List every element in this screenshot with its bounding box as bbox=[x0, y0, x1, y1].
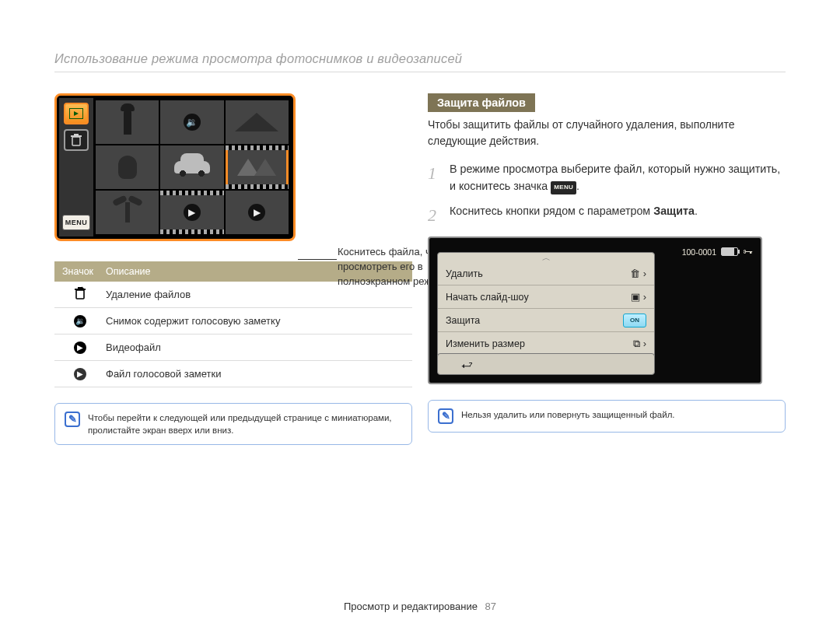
legend-desc: Файл голосовой заметки bbox=[106, 368, 412, 380]
legend-desc: Снимок содержит голосовую заметку bbox=[106, 315, 412, 327]
footer-page-number: 87 bbox=[485, 601, 496, 612]
step-number: 2 bbox=[428, 202, 450, 229]
thumbnail-cell[interactable]: 🔉 bbox=[160, 100, 223, 144]
play-badge-icon: ▶ bbox=[184, 204, 201, 221]
legend-desc: Удаление файлов bbox=[106, 289, 412, 300]
page-title: Использование режима просмотра фотоснимк… bbox=[54, 51, 462, 66]
menu-row-label: Удалить bbox=[446, 268, 483, 279]
svg-rect-4 bbox=[74, 134, 79, 135]
thumbnail-cell[interactable] bbox=[96, 100, 159, 144]
menu-row-label: Начать слайд-шоу bbox=[446, 292, 529, 303]
callout-leader-line bbox=[298, 259, 337, 260]
title-rule bbox=[54, 72, 786, 72]
protect-toggle[interactable]: ON bbox=[623, 313, 646, 328]
menu-row-resize[interactable]: Изменить размер ⧉› bbox=[438, 332, 654, 356]
step-1: 1 В режиме просмотра выберите файл, кото… bbox=[428, 160, 786, 194]
step-2: 2 Коснитесь кнопки рядом с параметром За… bbox=[428, 202, 786, 229]
trash-small-icon: 🗑 bbox=[630, 268, 640, 279]
step-text-b: . bbox=[695, 205, 698, 217]
video-file-icon: ▶ bbox=[74, 342, 86, 354]
slideshow-icon: ▣ bbox=[631, 291, 640, 303]
protect-intro: Чтобы защитить файлы от случайного удале… bbox=[428, 117, 786, 149]
svg-rect-5 bbox=[76, 290, 84, 299]
memo-badge-icon: ▶ bbox=[248, 204, 265, 221]
resize-icon: ⧉ bbox=[633, 338, 640, 350]
camera-menu-screen: 100-0001 🗝 ︿ Удалить 🗑› Начать слайд-шоу… bbox=[428, 236, 762, 384]
info-text: Нельзя удалить или повернуть защищенный … bbox=[461, 408, 675, 421]
footer-section-name: Просмотр и редактирование bbox=[344, 601, 478, 612]
menu-pill-icon: MENU bbox=[551, 181, 576, 194]
lock-icon: 🗝 bbox=[743, 246, 753, 257]
thumbnail-cell[interactable] bbox=[96, 145, 159, 189]
battery-icon bbox=[721, 247, 738, 256]
voice-badge-icon: 🔉 bbox=[184, 114, 201, 131]
file-counter: 100-0001 bbox=[682, 247, 716, 257]
thumbnail-cell[interactable] bbox=[160, 145, 223, 189]
legend-row: ▶ Видеофайл bbox=[54, 335, 412, 361]
thumbnail-cell[interactable]: ▶ bbox=[226, 191, 289, 234]
info-note-left: ✎ Чтобы перейти к следующей или предыдущ… bbox=[54, 403, 412, 445]
back-icon: ⮐ bbox=[461, 358, 473, 371]
menu-row-delete[interactable]: Удалить 🗑› bbox=[438, 262, 654, 285]
menu-button[interactable]: MENU bbox=[62, 215, 90, 230]
menu-row-protect[interactable]: Защита ON bbox=[438, 309, 654, 332]
legend-desc: Видеофайл bbox=[106, 342, 412, 353]
menu-row-slideshow[interactable]: Начать слайд-шоу ▣› bbox=[438, 285, 654, 309]
panel-up-arrow[interactable]: ︿ bbox=[438, 253, 654, 262]
info-text: Чтобы перейти к следующей или предыдущей… bbox=[88, 412, 402, 436]
svg-marker-1 bbox=[74, 111, 79, 116]
step-number: 1 bbox=[428, 160, 450, 194]
options-panel: ︿ Удалить 🗑› Начать слайд-шоу ▣› Защита … bbox=[437, 252, 655, 366]
info-note-right: ✎ Нельзя удалить или повернуть защищенны… bbox=[428, 400, 786, 433]
thumbnail-cell[interactable] bbox=[226, 100, 289, 144]
svg-rect-3 bbox=[71, 135, 82, 137]
chevron-right-icon: › bbox=[643, 268, 646, 279]
step-bold: Защита bbox=[653, 205, 695, 217]
menu-row-label: Изменить размер bbox=[446, 338, 525, 349]
trash-icon bbox=[73, 286, 87, 303]
section-heading-protect: Защита файлов bbox=[428, 93, 535, 112]
camera-thumbnail-screen: MENU 🔉 ▶ ▶ bbox=[54, 93, 296, 241]
menu-row-label: Защита bbox=[446, 315, 480, 326]
chevron-right-icon: › bbox=[643, 291, 646, 303]
legend-row: 🔉 Снимок содержит голосовую заметку bbox=[54, 308, 412, 335]
thumbnail-cell-selected[interactable] bbox=[226, 145, 289, 189]
thumbnail-view-icon[interactable] bbox=[64, 103, 89, 124]
step-text-b: . bbox=[576, 180, 579, 192]
info-icon: ✎ bbox=[438, 408, 453, 424]
delete-files-icon[interactable] bbox=[64, 129, 89, 151]
svg-rect-2 bbox=[72, 137, 80, 145]
thumbnail-cell[interactable]: ▶ bbox=[160, 191, 223, 234]
chevron-right-icon: › bbox=[643, 338, 646, 349]
back-bar[interactable]: ⮐ bbox=[437, 353, 655, 375]
thumbnail-cell[interactable] bbox=[96, 191, 159, 234]
step-text-a: В режиме просмотра выберите файл, которы… bbox=[450, 163, 780, 192]
page-footer: Просмотр и редактирование 87 bbox=[0, 601, 840, 612]
step-text-a: Коснитесь кнопки рядом с параметром bbox=[450, 205, 653, 217]
voice-memo-file-icon: ▶ bbox=[74, 368, 86, 380]
voice-note-icon: 🔉 bbox=[74, 315, 86, 328]
legend-row: ▶ Файл голосовой заметки bbox=[54, 361, 412, 387]
legend-head-icon: Значок bbox=[54, 266, 106, 277]
info-icon: ✎ bbox=[65, 412, 80, 427]
